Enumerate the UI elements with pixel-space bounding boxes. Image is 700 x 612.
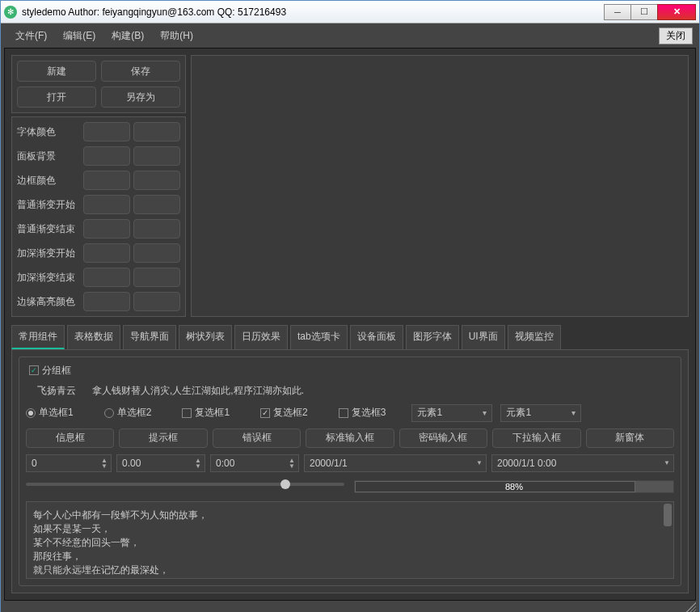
color-preview[interactable] (133, 122, 180, 141)
saveas-button[interactable]: 另存为 (101, 87, 180, 108)
tab-0[interactable]: 常用组件 (11, 325, 65, 349)
slider-thumb[interactable] (280, 479, 290, 489)
check1[interactable]: 复选框1 (182, 406, 230, 420)
menu-file[interactable]: 文件(F) (7, 27, 55, 45)
window-title: styledemo Author: feiyangqingyun@163.com… (22, 6, 605, 18)
dialog-button-6[interactable]: 新窗体 (586, 428, 674, 448)
color-row: 边缘高亮颜色 (17, 292, 180, 311)
color-row: 字体颜色 (17, 122, 180, 141)
tab-7[interactable]: 图形字体 (406, 325, 459, 349)
tab-4[interactable]: 日历效果 (234, 325, 288, 349)
color-row: 普通渐变结束 (17, 219, 180, 238)
color-swatch-button[interactable] (83, 146, 130, 166)
open-button[interactable]: 打开 (17, 87, 96, 108)
dialog-button-2[interactable]: 错误框 (213, 428, 301, 448)
dialog-button-3[interactable]: 标准输入框 (306, 428, 394, 448)
dropdown-arrow-icon[interactable]: ▼ (476, 460, 483, 466)
color-label: 字体颜色 (17, 125, 80, 139)
checkbox-icon (339, 408, 348, 418)
spin-date[interactable]: 2000/1/1▼ (304, 454, 487, 472)
color-preview[interactable] (133, 171, 180, 190)
color-swatch-button[interactable] (83, 268, 130, 287)
preview-area (191, 55, 689, 317)
radio-off-icon (104, 408, 114, 418)
progressbar: 88% (354, 480, 674, 493)
dialog-button-1[interactable]: 提示框 (119, 428, 207, 448)
motto-text: 拿人钱财替人消灾,人生江湖如此,程序江湖亦如此. (92, 384, 304, 398)
color-row: 面板背景 (17, 146, 180, 166)
tab-6[interactable]: 设备面板 (350, 325, 403, 349)
scrollbar[interactable] (664, 504, 672, 576)
groupbox-title[interactable]: ✓ 分组框 (26, 364, 74, 378)
checkbox-icon (182, 408, 192, 418)
close-window-button[interactable] (657, 4, 696, 20)
color-preview[interactable] (133, 292, 180, 311)
spin-double[interactable]: 0.00▲▼ (116, 454, 205, 472)
dialog-button-row: 信息框提示框错误框标准输入框密码输入框下拉输入框新窗体 (26, 428, 674, 448)
check3[interactable]: 复选框3 (339, 406, 386, 420)
radio-on-icon (26, 408, 36, 418)
spin-int[interactable]: 0▲▼ (26, 454, 112, 472)
textarea[interactable]: 每个人心中都有一段鲜不为人知的故事，如果不是某一天，某个不经意的回头一瞥，那段往… (26, 501, 674, 579)
statusbar (2, 602, 698, 613)
menu-edit[interactable]: 编辑(E) (55, 27, 103, 45)
color-label: 边框颜色 (17, 174, 80, 188)
color-swatch-button[interactable] (83, 243, 130, 263)
maximize-button[interactable] (630, 4, 658, 20)
menu-build[interactable]: 构建(B) (103, 27, 152, 45)
resize-grip-icon[interactable] (685, 602, 696, 613)
tab-9[interactable]: 视频监控 (508, 325, 561, 349)
color-swatch-button[interactable] (83, 292, 130, 311)
progress-label: 88% (505, 482, 523, 492)
spin-time[interactable]: 0:00▲▼ (210, 454, 299, 472)
combo2[interactable]: 元素1 (500, 404, 581, 422)
save-button[interactable]: 保存 (101, 61, 180, 82)
tab-8[interactable]: UI界面 (462, 325, 505, 349)
spinner-arrows-icon[interactable]: ▲▼ (289, 458, 295, 469)
color-swatch-button[interactable] (83, 171, 130, 190)
color-preview[interactable] (133, 268, 180, 287)
tab-5[interactable]: tab选项卡 (290, 325, 348, 349)
color-label: 普通渐变结束 (17, 222, 80, 236)
tab-1[interactable]: 表格数据 (67, 325, 120, 349)
color-preview[interactable] (133, 195, 180, 214)
dialog-button-4[interactable]: 密码输入框 (399, 428, 487, 448)
menu-help[interactable]: 帮助(H) (152, 27, 201, 45)
spinner-arrows-icon[interactable]: ▲▼ (195, 458, 201, 469)
color-swatch-button[interactable] (83, 195, 130, 214)
slider-track (26, 483, 344, 486)
spinner-arrows-icon[interactable]: ▲▼ (101, 458, 108, 469)
dropdown-arrow-icon[interactable]: ▼ (664, 460, 670, 466)
scroll-thumb[interactable] (664, 504, 672, 526)
titlebar[interactable]: ✻ styledemo Author: feiyangqingyun@163.c… (1, 1, 699, 23)
new-button[interactable]: 新建 (17, 61, 96, 82)
tab-3[interactable]: 树状列表 (179, 325, 232, 349)
tab-2[interactable]: 导航界面 (123, 325, 176, 349)
dialog-button-5[interactable]: 下拉输入框 (492, 428, 580, 448)
close-tab-button[interactable]: 关闭 (659, 27, 693, 44)
color-row: 加深渐变结束 (17, 268, 180, 287)
dialog-button-0[interactable]: 信息框 (26, 428, 114, 448)
color-preview[interactable] (133, 219, 180, 238)
check2[interactable]: 复选框2 (260, 406, 308, 420)
spin-datetime[interactable]: 2000/1/1 0:00▼ (491, 454, 674, 472)
combo1[interactable]: 元素1 (411, 404, 492, 422)
color-label: 加深渐变开始 (17, 247, 80, 260)
minimize-button[interactable] (604, 4, 631, 20)
groupbox-checkbox[interactable]: ✓ (29, 365, 39, 375)
motto-label: 飞扬青云 (26, 384, 86, 398)
color-preview[interactable] (133, 243, 180, 263)
app-window: ✻ styledemo Author: feiyangqingyun@163.c… (0, 0, 700, 612)
color-label: 加深渐变结束 (17, 271, 80, 285)
color-preview[interactable] (133, 146, 180, 166)
app-icon: ✻ (4, 6, 17, 19)
color-label: 面板背景 (17, 150, 80, 163)
radio1[interactable]: 单选框1 (26, 406, 74, 420)
progress-fill (355, 481, 635, 492)
slider[interactable] (26, 480, 344, 488)
workarea: 新建 保存 打开 另存为 字体颜色面板背景边框颜色普通渐变开始普通渐变结束加深渐… (4, 48, 696, 601)
groupbox: ✓ 分组框 飞扬青云 拿人钱财替人消灾,人生江湖如此,程序江湖亦如此. 单选框1… (19, 357, 681, 586)
color-swatch-button[interactable] (83, 219, 130, 238)
color-swatch-button[interactable] (83, 122, 130, 141)
radio2[interactable]: 单选框2 (104, 406, 152, 420)
